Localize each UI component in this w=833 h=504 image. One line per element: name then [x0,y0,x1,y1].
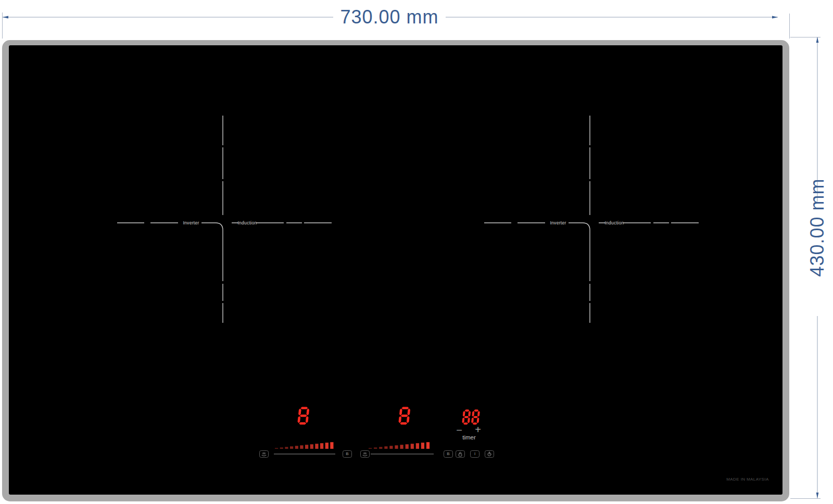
height-dimension-label: 430.00 mm [806,178,828,276]
lock-button[interactable] [456,450,465,458]
arrow-up-icon [816,37,819,43]
made-in-label: MADE IN MALAYSIA [724,477,772,482]
middle-power-level-ramp [369,440,432,450]
timer-plus-button[interactable]: + [472,425,484,435]
ceramic-glass-surface [9,45,782,495]
boost-label: B [346,452,348,456]
warm-button-left[interactable] [259,450,269,458]
cooktop-frame [2,40,789,501]
power-button[interactable] [485,450,494,458]
lock-icon [456,451,464,457]
arrow-right-icon [772,16,778,19]
timer-label: timer [453,434,485,440]
pan-warm-icon [361,451,369,457]
boost-button-left[interactable]: B [343,450,352,458]
warm-button-middle[interactable] [360,450,370,458]
middle-slider-track[interactable] [371,453,434,455]
arrow-down-icon [816,493,819,498]
left-slider-track[interactable] [274,453,335,455]
boost-label: B [447,452,449,456]
pan-warm-icon [260,451,268,457]
middle-zone-power-display [397,406,411,426]
left-zone-power-display [296,406,310,426]
width-dimension-label: 730.00 mm [340,6,438,28]
technical-drawing-canvas: 730.00 mm 430.00 mm InverterInductionInv… [0,0,833,504]
power-icon [485,451,494,457]
left-power-level-ramp [275,440,335,450]
arrow-left-icon [3,16,8,19]
boost-button-right[interactable]: B [444,450,453,458]
timer-key-label: I [474,452,475,456]
timer-select-button[interactable]: I [470,450,479,458]
